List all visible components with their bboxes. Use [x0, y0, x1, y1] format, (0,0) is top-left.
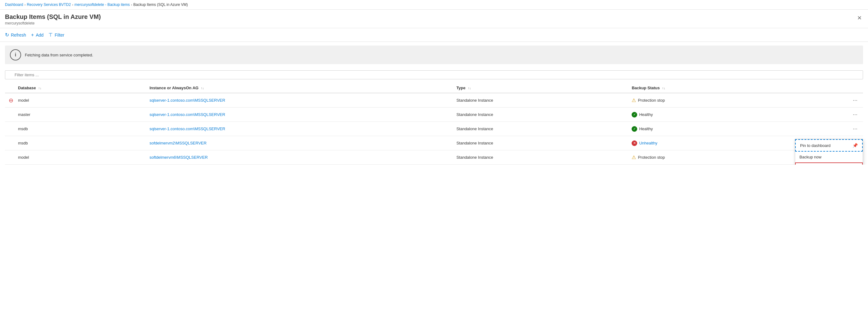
context-menu-pin-to-dashboard[interactable]: Pin to dashboard 📌: [795, 139, 863, 151]
cell-type-1: Standalone Instance: [453, 93, 628, 108]
more-button-2[interactable]: ···: [851, 111, 859, 118]
table-row: model softdelmervm6\MSSQLSERVER Standalo…: [5, 150, 863, 165]
cell-more-3: ···: [847, 122, 863, 136]
page-header: Backup Items (SQL in Azure VM) mercuryso…: [0, 10, 868, 28]
breadcrumb-backup-items[interactable]: mercurysoftdelete - Backup items: [74, 2, 130, 7]
close-button[interactable]: ✕: [856, 13, 863, 23]
instance-link-1[interactable]: sqlserver-1.contoso.com\MSSQLSERVER: [150, 98, 225, 103]
sort-icon-backup-status[interactable]: ↑↓: [662, 87, 665, 90]
backup-items-table: Database ↑↓ Instance or AlwaysOn AG ↑↓ T…: [5, 83, 863, 165]
warning-icon-5: ⚠: [631, 154, 636, 160]
pin-to-dashboard-label: Pin to dashboard: [800, 143, 831, 148]
toolbar: ↻ Refresh + Add ⊤ Filter: [0, 28, 868, 42]
cell-database-1: model: [14, 93, 146, 108]
info-message: Fetching data from service completed.: [25, 53, 93, 57]
col-header-type: Type ↑↓: [453, 83, 628, 93]
cell-type-5: Standalone Instance: [453, 150, 628, 165]
refresh-label: Refresh: [11, 33, 26, 37]
cell-type-4: Standalone Instance: [453, 136, 628, 150]
filter-wrapper: 🔍: [5, 70, 863, 79]
filter-icon: ⊤: [49, 32, 53, 38]
col-header-status-icon: [5, 83, 14, 93]
info-icon: i: [10, 49, 21, 61]
col-header-more: [847, 83, 863, 93]
status-healthy-3: ✓ Healthy: [631, 126, 843, 132]
cell-type-3: Standalone Instance: [453, 122, 628, 136]
breadcrumb-sep-3: ›: [131, 3, 132, 6]
breadcrumb-recovery[interactable]: Recovery Services BVTD2: [27, 2, 71, 7]
page-subtitle: mercurysoftdelete: [5, 21, 101, 26]
table-row: msdb sofdelmervm2\MSSQLSERVER Standalone…: [5, 136, 863, 150]
col-header-backup-status: Backup Status ↑↓: [628, 83, 847, 93]
filter-button[interactable]: ⊤ Filter: [49, 31, 64, 39]
row-status-icon-1: ⊖: [5, 93, 14, 108]
instance-link-4[interactable]: sofdelmervm2\MSSQLSERVER: [150, 141, 207, 145]
row-status-icon-3: [5, 122, 14, 136]
add-label: Add: [36, 33, 43, 37]
table-row: ⊖ model sqlserver-1.contoso.com\MSSQLSER…: [5, 93, 863, 108]
pin-icon: 📌: [852, 143, 858, 148]
col-header-database: Database ↑↓: [14, 83, 146, 93]
healthy-icon-2: ✓: [631, 112, 637, 117]
cell-type-2: Standalone Instance: [453, 108, 628, 122]
instance-link-2[interactable]: sqlserver-1.contoso.com\MSSQLSERVER: [150, 112, 225, 117]
more-button-1[interactable]: ···: [851, 96, 859, 104]
context-menu-restore[interactable]: Restore: [795, 163, 863, 165]
refresh-button[interactable]: ↻ Refresh: [5, 31, 26, 39]
status-protection-stop-1: ⚠ Protection stop: [631, 97, 843, 103]
breadcrumb-sep-1: ›: [25, 3, 26, 6]
unhealthy-icon-4: ✕: [631, 140, 637, 146]
filter-label: Filter: [55, 33, 64, 37]
info-banner: i Fetching data from service completed.: [5, 45, 863, 64]
sort-icon-instance[interactable]: ↑↓: [201, 87, 204, 90]
table-header-row: Database ↑↓ Instance or AlwaysOn AG ↑↓ T…: [5, 83, 863, 93]
breadcrumb-current: Backup Items (SQL in Azure VM): [133, 2, 188, 7]
cell-database-2: master: [14, 108, 146, 122]
status-text-2: Healthy: [639, 112, 653, 117]
cell-more-1: ···: [847, 93, 863, 108]
page-title: Backup Items (SQL in Azure VM): [5, 13, 101, 21]
cell-instance-2[interactable]: sqlserver-1.contoso.com\MSSQLSERVER: [146, 108, 453, 122]
cell-status-3: ✓ Healthy: [628, 122, 847, 136]
breadcrumb-dashboard[interactable]: Dashboard: [5, 2, 23, 7]
status-text-5: Protection stop: [638, 155, 665, 160]
row-status-icon-4: [5, 136, 14, 150]
breadcrumb-sep-2: ›: [72, 3, 73, 6]
row-status-icon-5: [5, 150, 14, 165]
col-header-instance: Instance or AlwaysOn AG ↑↓: [146, 83, 453, 93]
healthy-icon-3: ✓: [631, 126, 637, 132]
add-button[interactable]: + Add: [31, 31, 43, 39]
instance-link-3[interactable]: sqlserver-1.contoso.com\MSSQLSERVER: [150, 127, 225, 131]
sort-icon-database[interactable]: ↑↓: [38, 87, 41, 90]
sort-icon-type[interactable]: ↑↓: [468, 87, 471, 90]
breadcrumb: Dashboard › Recovery Services BVTD2 › me…: [0, 0, 868, 10]
filter-section: 🔍: [0, 68, 868, 82]
context-menu-backup-now[interactable]: Backup now: [795, 151, 863, 163]
status-text-1: Protection stop: [638, 98, 665, 103]
backup-now-label: Backup now: [800, 155, 822, 159]
header-content: Backup Items (SQL in Azure VM) mercuryso…: [5, 13, 101, 26]
warning-icon-1: ⚠: [631, 97, 636, 103]
cell-database-4: msdb: [14, 136, 146, 150]
cell-more-2: ···: [847, 108, 863, 122]
filter-input[interactable]: [5, 70, 863, 79]
add-icon: +: [31, 32, 34, 38]
unhealthy-link-4[interactable]: Unhealthy: [639, 141, 657, 145]
cell-instance-5[interactable]: softdelmervm6\MSSQLSERVER: [146, 150, 453, 165]
status-text-3: Healthy: [639, 127, 653, 131]
table-row: master sqlserver-1.contoso.com\MSSQLSERV…: [5, 108, 863, 122]
stop-protection-icon: ⊖: [9, 97, 13, 104]
row-status-icon-2: [5, 108, 14, 122]
cell-database-5: model: [14, 150, 146, 165]
more-button-3[interactable]: ···: [851, 125, 859, 133]
status-healthy-2: ✓ Healthy: [631, 112, 843, 117]
cell-instance-4[interactable]: sofdelmervm2\MSSQLSERVER: [146, 136, 453, 150]
table-container: Database ↑↓ Instance or AlwaysOn AG ↑↓ T…: [0, 83, 868, 165]
cell-instance-3[interactable]: sqlserver-1.contoso.com\MSSQLSERVER: [146, 122, 453, 136]
cell-database-3: msdb: [14, 122, 146, 136]
context-menu: Pin to dashboard 📌 Backup now Restore St…: [795, 139, 863, 165]
table-row: msdb sqlserver-1.contoso.com\MSSQLSERVER…: [5, 122, 863, 136]
instance-link-5[interactable]: softdelmervm6\MSSQLSERVER: [150, 155, 208, 160]
cell-instance-1[interactable]: sqlserver-1.contoso.com\MSSQLSERVER: [146, 93, 453, 108]
refresh-icon: ↻: [5, 32, 9, 38]
